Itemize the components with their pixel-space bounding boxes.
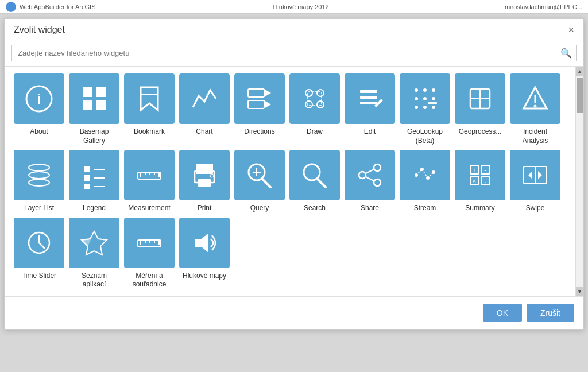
widget-item-swipe[interactable]: Swipe <box>510 150 560 213</box>
svg-rect-10 <box>248 100 264 108</box>
widget-icon-about: i <box>14 73 64 124</box>
dialog-body: iAboutBasemap GalleryBookmarkChartDirect… <box>5 67 583 296</box>
widget-item-query[interactable]: Query <box>234 150 285 213</box>
widget-item-summary[interactable]: +-×÷Summary <box>455 150 505 213</box>
widget-icon-bookmark <box>124 73 175 124</box>
widget-icon-query <box>234 150 285 200</box>
svg-text:-: - <box>479 101 481 109</box>
widget-item-basemap-gallery[interactable]: Basemap Gallery <box>69 73 119 145</box>
widget-icon-edit <box>345 73 395 124</box>
widgets-area: iAboutBasemap GalleryBookmarkChartDirect… <box>5 67 575 296</box>
widget-icon-directions <box>234 73 285 124</box>
widget-label-geoprocess: Geoprocess... <box>459 127 502 137</box>
svg-text:÷: ÷ <box>483 177 487 184</box>
app-logo <box>6 2 16 12</box>
widget-label-edit: Edit <box>364 127 376 137</box>
widget-item-chart[interactable]: Chart <box>179 73 230 145</box>
widget-item-about[interactable]: iAbout <box>14 73 64 145</box>
svg-point-63 <box>359 172 366 179</box>
widget-item-measurement[interactable]: Measurement <box>124 150 175 213</box>
widget-item-search[interactable]: Search <box>289 150 340 213</box>
svg-point-64 <box>374 179 381 186</box>
widget-label-about: About <box>30 127 48 137</box>
svg-line-71 <box>416 169 422 175</box>
scroll-up-arrow[interactable]: ▲ <box>576 67 584 76</box>
widget-item-edit[interactable]: Edit <box>345 73 395 145</box>
widget-icon-share <box>345 150 395 200</box>
search-icon-button[interactable]: 🔍 <box>560 48 572 59</box>
widget-item-mereni[interactable]: Měření a souřadnice <box>124 218 175 289</box>
widget-item-directions[interactable]: Directions <box>234 73 285 145</box>
widget-label-incident: Incident Analysis <box>510 127 560 145</box>
widget-icon-timeslider <box>14 218 64 268</box>
widget-item-timeslider[interactable]: Time Slider <box>14 218 64 289</box>
svg-text:+: + <box>473 166 476 173</box>
svg-line-66 <box>366 177 374 181</box>
widget-label-query: Query <box>250 204 269 213</box>
dialog-header: Zvolit widget × <box>5 19 583 40</box>
svg-rect-42 <box>84 166 90 172</box>
widget-item-draw[interactable]: Draw <box>289 73 340 145</box>
widget-item-share[interactable]: Share <box>345 150 395 213</box>
svg-point-27 <box>415 106 418 109</box>
widget-item-bookmark[interactable]: Bookmark <box>124 73 175 145</box>
widget-icon-basemap-gallery <box>69 73 119 124</box>
svg-rect-16 <box>308 92 322 106</box>
widget-label-stream: Stream <box>414 204 436 213</box>
widget-label-bookmark: Bookmark <box>134 127 165 137</box>
widget-label-hlukove: Hlukové mapy <box>183 272 226 281</box>
svg-rect-19 <box>360 102 377 104</box>
widget-item-stream[interactable]: Stream <box>400 150 450 213</box>
widget-icon-incident <box>510 73 560 124</box>
widget-label-share: Share <box>361 204 379 213</box>
scrollbar[interactable]: ▲ ▼ <box>575 67 583 296</box>
widget-label-measurement: Measurement <box>128 204 170 213</box>
widget-icon-mereni <box>124 218 175 268</box>
widget-item-geoprocess[interactable]: +-Geoprocess... <box>455 73 505 145</box>
svg-text:-: - <box>484 166 486 173</box>
svg-point-41 <box>29 179 49 186</box>
svg-rect-30 <box>428 102 437 104</box>
widget-item-seznam[interactable]: Seznam aplikací <box>69 218 119 289</box>
widget-dialog: Zvolit widget × 🔍 iAboutBasemap GalleryB… <box>4 18 584 330</box>
search-bar: 🔍 <box>5 40 583 67</box>
widget-icon-layerlist <box>14 150 64 200</box>
widget-icon-geolookup <box>400 73 450 124</box>
svg-marker-85 <box>538 171 542 179</box>
widget-item-print[interactable]: Print <box>179 150 230 213</box>
cancel-button[interactable]: Zrušit <box>527 304 574 322</box>
widget-item-incident[interactable]: Incident Analysis <box>510 73 560 145</box>
widget-label-seznam: Seznam aplikací <box>69 272 119 289</box>
widget-label-swipe: Swipe <box>526 204 545 213</box>
widget-icon-summary: +-×÷ <box>455 150 505 200</box>
widget-item-legend[interactable]: Legend <box>69 150 119 213</box>
widget-label-legend: Legend <box>83 204 106 213</box>
svg-line-65 <box>366 169 374 173</box>
svg-point-26 <box>432 97 435 100</box>
widget-label-geolookup: GeoLookup (Beta) <box>400 127 450 145</box>
svg-point-23 <box>432 88 435 92</box>
svg-marker-95 <box>195 233 208 253</box>
widget-label-layerlist: Layer List <box>24 204 54 213</box>
widget-item-hlukove[interactable]: Hlukové mapy <box>179 218 230 289</box>
widget-icon-draw <box>289 73 340 124</box>
widgets-grid: iAboutBasemap GalleryBookmarkChartDirect… <box>14 73 566 289</box>
app-title: Web AppBuilder for ArcGIS <box>20 3 207 10</box>
svg-point-12 <box>305 90 312 96</box>
widget-icon-stream <box>400 150 450 200</box>
user-info: miroslav.lachman@EPEC... <box>394 3 582 10</box>
ok-button[interactable]: OK <box>483 304 522 322</box>
svg-point-62 <box>374 164 381 171</box>
search-input[interactable] <box>11 45 577 61</box>
svg-rect-56 <box>198 179 211 187</box>
svg-point-21 <box>415 88 418 92</box>
widget-label-directions: Directions <box>244 127 274 137</box>
svg-point-15 <box>317 101 324 108</box>
widget-item-geolookup[interactable]: GeoLookup (Beta) <box>400 73 450 145</box>
scroll-down-arrow[interactable]: ▼ <box>576 287 584 296</box>
widget-label-chart: Chart <box>196 127 212 137</box>
scroll-thumb[interactable] <box>577 78 583 113</box>
svg-rect-46 <box>84 184 90 189</box>
close-button[interactable]: × <box>568 25 574 35</box>
widget-item-layerlist[interactable]: Layer List <box>14 150 64 213</box>
